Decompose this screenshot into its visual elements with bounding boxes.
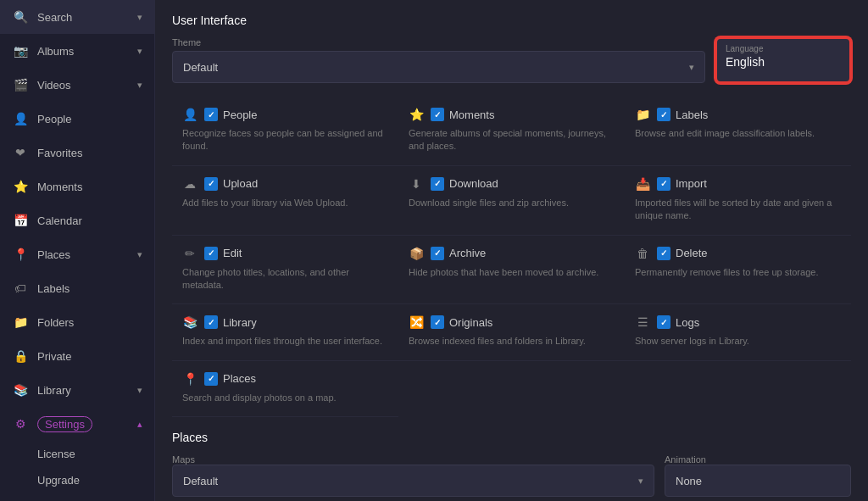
labels-feature-desc: Browse and edit image classification lab…: [633, 127, 839, 140]
user-interface-section: User Interface Theme Default ▾ Language …: [172, 14, 851, 417]
calendar-icon: 📅: [12, 212, 29, 229]
logs-feature-name: Logs: [676, 316, 699, 329]
feature-places: 📍 Places Search and display photos on a …: [172, 361, 398, 417]
sidebar-item-library[interactable]: 📚 Library ▾: [0, 373, 154, 407]
feature-header: 📦 Archive: [407, 244, 613, 263]
feature-header: ⭐ Moments: [407, 105, 613, 124]
chevron-down-icon: ▾: [137, 12, 142, 23]
chevron-down-icon: ▾: [137, 249, 142, 260]
feature-upload: ☁ Upload Add files to your library via W…: [172, 166, 398, 236]
library-feature-desc: Index and import files through the user …: [181, 335, 387, 348]
sidebar-item-label: Moments: [37, 181, 82, 193]
feature-header: 📚 Library: [181, 313, 387, 331]
animation-value: None: [676, 475, 702, 487]
sidebar-item-albums[interactable]: 📷 Albums ▾: [0, 34, 154, 68]
labels-checkbox[interactable]: [657, 108, 670, 121]
import-checkbox[interactable]: [657, 177, 670, 191]
moments-icon: ⭐: [12, 178, 29, 195]
upload-feature-name: Upload: [223, 177, 258, 190]
sidebar-item-label: Videos: [37, 79, 71, 92]
favorites-icon: ❤: [12, 144, 29, 161]
places-feature-name: Places: [223, 372, 256, 385]
theme-select[interactable]: Default ▾: [172, 51, 705, 83]
chevron-down-icon: ▾: [137, 80, 142, 91]
download-checkbox[interactable]: [431, 177, 444, 191]
delete-feature-desc: Permanently remove files to free up stor…: [633, 266, 839, 279]
animation-select[interactable]: None: [665, 465, 851, 497]
chevron-up-icon: ▴: [137, 419, 142, 430]
main-content: User Interface Theme Default ▾ Language …: [155, 0, 868, 501]
logs-checkbox[interactable]: [657, 315, 670, 329]
sidebar-item-calendar[interactable]: 📅 Calendar: [0, 203, 154, 237]
moments-feature-name: Moments: [449, 109, 494, 121]
theme-dropdown-arrow: ▾: [689, 62, 694, 73]
archive-checkbox[interactable]: [431, 247, 444, 260]
edit-feature-desc: Change photo titles, locations, and othe…: [181, 266, 387, 292]
edit-feature-icon: ✏: [181, 244, 199, 263]
places-feature-desc: Search and display photos on a map.: [181, 392, 387, 404]
feature-originals: 🔀 Originals Browse indexed files and fol…: [398, 304, 625, 360]
sidebar-item-labels[interactable]: 🏷 Labels: [0, 271, 154, 305]
feature-moments: ⭐ Moments Generate albums of special mom…: [398, 97, 625, 166]
sidebar-item-label: Albums: [37, 45, 74, 58]
sidebar-sub-item-upgrade[interactable]: Upgrade: [0, 467, 154, 493]
sidebar-item-people[interactable]: 👤 People: [0, 102, 154, 136]
feature-logs: ☰ Logs Show server logs in Library.: [625, 304, 851, 360]
originals-checkbox[interactable]: [431, 315, 444, 329]
feature-header: 🗑 Delete: [633, 244, 839, 263]
maps-select[interactable]: Default ▾: [172, 465, 654, 497]
sidebar-sub-item-about[interactable]: About: [0, 493, 154, 501]
language-box[interactable]: Language English: [715, 37, 851, 83]
sidebar-sub-item-label: License: [37, 448, 75, 460]
sidebar-item-label: Places: [37, 248, 70, 261]
sidebar-sub-item-license[interactable]: License: [0, 441, 154, 467]
albums-icon: 📷: [12, 42, 29, 59]
sidebar-item-search[interactable]: 🔍 Search ▾: [0, 0, 154, 34]
chevron-down-icon: ▾: [137, 46, 142, 57]
upload-feature-desc: Add files to your library via Web Upload…: [181, 197, 387, 209]
language-label: Language: [726, 44, 841, 53]
originals-feature-desc: Browse indexed files and folders in Libr…: [407, 335, 613, 348]
upload-checkbox[interactable]: [204, 177, 218, 191]
feature-people: 👤 People Recognize faces so people can b…: [172, 97, 398, 166]
feature-header: ⬇ Download: [407, 175, 613, 193]
moments-feature-desc: Generate albums of special moments, jour…: [407, 127, 613, 153]
import-feature-icon: 📥: [633, 175, 652, 193]
logs-feature-desc: Show server logs in Library.: [633, 335, 839, 348]
download-feature-desc: Download single files and zip archives.: [407, 197, 613, 209]
sidebar-item-videos[interactable]: 🎬 Videos ▾: [0, 68, 154, 102]
feature-header: 📁 Labels: [633, 105, 839, 124]
sidebar-item-moments[interactable]: ⭐ Moments: [0, 170, 154, 203]
moments-checkbox[interactable]: [431, 108, 444, 121]
delete-checkbox[interactable]: [657, 247, 670, 260]
theme-select-wrap: Theme Default ▾: [172, 37, 705, 83]
sidebar-item-label: Settings: [37, 416, 92, 432]
archive-feature-desc: Hide photos that have been moved to arch…: [407, 266, 613, 279]
people-checkbox[interactable]: [204, 108, 218, 121]
upload-feature-icon: ☁: [181, 175, 199, 193]
sidebar-item-label: Labels: [37, 282, 70, 295]
logs-feature-icon: ☰: [633, 313, 652, 331]
feature-labels: 📁 Labels Browse and edit image classific…: [625, 97, 851, 166]
sidebar-item-favorites[interactable]: ❤ Favorites: [0, 136, 154, 170]
people-feature-icon: 👤: [181, 105, 199, 124]
sidebar-item-folders[interactable]: 📁 Folders: [0, 305, 154, 339]
library-feature-icon: 📚: [181, 313, 199, 331]
labels-feature-name: Labels: [676, 109, 708, 121]
language-value: English: [726, 55, 841, 69]
sidebar-item-settings[interactable]: ⚙ Settings ▴: [0, 407, 154, 441]
sidebar-item-private[interactable]: 🔒 Private: [0, 339, 154, 373]
edit-checkbox[interactable]: [204, 247, 218, 260]
places-checkbox[interactable]: [204, 372, 218, 386]
library-checkbox[interactable]: [204, 315, 218, 329]
sidebar-item-places[interactable]: 📍 Places ▾: [0, 237, 154, 271]
people-feature-desc: Recognize faces so people can be assigne…: [181, 127, 387, 153]
feature-header: ✏ Edit: [181, 244, 387, 263]
videos-icon: 🎬: [12, 76, 29, 93]
places-feature-icon: 📍: [181, 370, 199, 388]
labels-icon: 🏷: [12, 280, 29, 297]
places-row: Maps Default ▾ Animation None: [172, 454, 851, 497]
animation-label: Animation: [665, 454, 851, 465]
sidebar-item-label: Private: [37, 350, 71, 363]
archive-feature-icon: 📦: [407, 244, 426, 263]
